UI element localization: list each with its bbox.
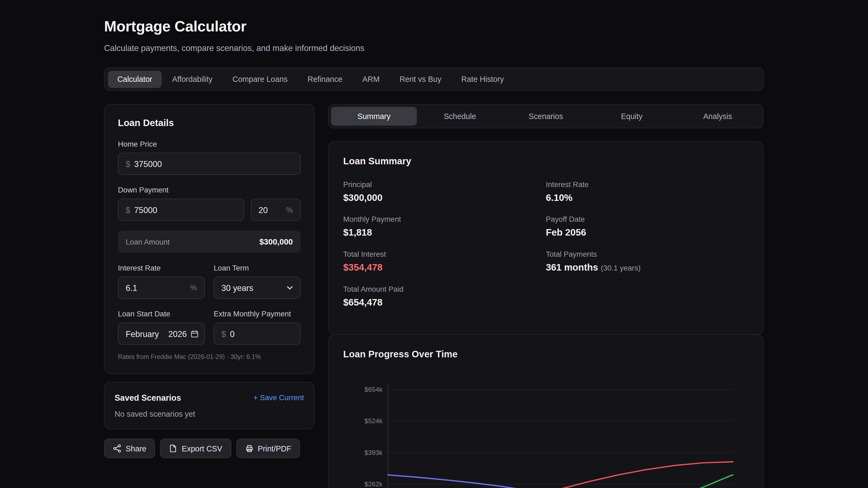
file-icon bbox=[169, 444, 177, 453]
main-nav: Calculator Affordability Compare Loans R… bbox=[104, 67, 764, 91]
loan-amount-row: Loan Amount $300,000 bbox=[118, 231, 301, 253]
dollar-prefix: $ bbox=[221, 329, 226, 338]
loan-start-date-label: Loan Start Date bbox=[118, 310, 205, 318]
share-button-label: Share bbox=[126, 444, 146, 453]
share-icon bbox=[113, 444, 121, 453]
loan-term-label: Loan Term bbox=[214, 264, 301, 272]
share-button[interactable]: Share bbox=[104, 438, 155, 458]
down-payment-row: $ % bbox=[118, 199, 301, 221]
print-pdf-button-label: Print/PDF bbox=[258, 444, 291, 453]
date-extra-row: Loan Start Date February 2026 Extra Mont… bbox=[118, 299, 301, 345]
rates-source-note: Rates from Freddie Mac (2026-01-29) · 30… bbox=[118, 354, 301, 360]
home-price-field: $ bbox=[118, 153, 301, 175]
percent-suffix: % bbox=[286, 205, 293, 214]
stat-interest-rate: Interest Rate 6.10% bbox=[546, 180, 748, 204]
extra-payment-field: $ bbox=[214, 323, 301, 345]
loan-summary-stats: Principal $300,000 Interest Rate 6.10% M… bbox=[343, 180, 748, 320]
start-year-value: 2026 bbox=[168, 329, 187, 338]
percent-suffix: % bbox=[190, 283, 197, 292]
stat-total-interest: Total Interest $354,478 bbox=[343, 250, 546, 273]
printer-icon bbox=[245, 444, 253, 453]
stat-total-amount-paid: Total Amount Paid $654,478 bbox=[343, 285, 546, 308]
stat-total-payments: Total Payments 361 months (30.1 years) bbox=[546, 250, 748, 273]
interest-rate-field: % bbox=[118, 276, 205, 299]
save-current-link[interactable]: + Save Current bbox=[253, 393, 304, 402]
loan-term-value: 30 years bbox=[221, 283, 253, 293]
down-payment-label: Down Payment bbox=[118, 186, 301, 194]
page-title: Mortgage Calculator bbox=[104, 18, 247, 35]
extra-payment-label: Extra Monthly Payment bbox=[214, 310, 301, 318]
start-month-value: February bbox=[126, 329, 159, 338]
stat-monthly-payment: Monthly Payment $1,818 bbox=[343, 215, 546, 238]
loan-term-select[interactable]: 30 years bbox=[214, 276, 301, 299]
dollar-prefix: $ bbox=[126, 159, 130, 169]
interest-rate-label: Interest Rate bbox=[118, 264, 205, 272]
rate-term-row: Interest Rate % Loan Term 30 years bbox=[118, 253, 301, 299]
svg-text:$393k: $393k bbox=[365, 449, 383, 456]
nav-tab-rent-vs-buy[interactable]: Rent vs Buy bbox=[390, 70, 451, 88]
down-payment-field: $ bbox=[118, 199, 244, 221]
svg-text:$262k: $262k bbox=[365, 480, 383, 488]
svg-text:$654k: $654k bbox=[365, 386, 383, 393]
loan-summary-title: Loan Summary bbox=[343, 156, 748, 167]
total-payments-note: (30.1 years) bbox=[601, 264, 641, 272]
loan-amount-value: $300,000 bbox=[259, 237, 293, 247]
page-subtitle: Calculate payments, compare scenarios, a… bbox=[104, 43, 365, 53]
down-payment-percent-input[interactable] bbox=[258, 205, 282, 215]
results-tabs: Summary Schedule Scenarios Equity Analys… bbox=[328, 104, 763, 129]
loan-progress-card: Loan Progress Over Time $0$131k$262k$393… bbox=[328, 334, 763, 488]
stat-principal: Principal $300,000 bbox=[343, 180, 546, 204]
calendar-icon bbox=[191, 329, 199, 338]
loan-details-title: Loan Details bbox=[118, 118, 301, 129]
nav-tab-calculator[interactable]: Calculator bbox=[108, 70, 162, 88]
loan-progress-chart-wrap: $0$131k$262k$393k$524k$654k bbox=[343, 373, 748, 488]
nav-tab-affordability[interactable]: Affordability bbox=[163, 70, 222, 88]
tab-analysis[interactable]: Analysis bbox=[675, 107, 761, 126]
mortgage-calculator-app: Mortgage Calculator Calculate payments, … bbox=[0, 0, 868, 488]
tab-scenarios[interactable]: Scenarios bbox=[503, 107, 589, 126]
down-payment-percent-field: % bbox=[251, 199, 301, 221]
chevron-down-icon bbox=[287, 286, 293, 290]
interest-rate-input[interactable] bbox=[126, 283, 186, 293]
nav-tab-arm[interactable]: ARM bbox=[353, 70, 389, 88]
loan-summary-card: Loan Summary Principal $300,000 Interest… bbox=[328, 141, 763, 334]
loan-details-card: Loan Details Home Price $ Down Payment $… bbox=[104, 104, 315, 374]
loan-start-date-input[interactable]: February 2026 bbox=[118, 323, 205, 345]
export-csv-button[interactable]: Export CSV bbox=[160, 438, 231, 458]
tab-equity[interactable]: Equity bbox=[589, 107, 675, 126]
tab-schedule[interactable]: Schedule bbox=[417, 107, 503, 126]
saved-scenarios-title: Saved Scenarios bbox=[115, 393, 181, 402]
dollar-prefix: $ bbox=[126, 205, 130, 215]
export-csv-button-label: Export CSV bbox=[182, 444, 222, 453]
loan-progress-chart: $0$131k$262k$393k$524k$654k bbox=[343, 373, 749, 488]
tab-summary[interactable]: Summary bbox=[331, 107, 417, 126]
down-payment-input[interactable] bbox=[134, 205, 237, 215]
home-price-input[interactable] bbox=[134, 159, 293, 169]
saved-scenarios-empty-text: No saved scenarios yet bbox=[115, 410, 304, 418]
svg-text:$524k: $524k bbox=[365, 417, 383, 425]
loan-progress-title: Loan Progress Over Time bbox=[343, 349, 748, 360]
nav-tab-rate-history[interactable]: Rate History bbox=[452, 70, 514, 88]
nav-tab-compare-loans[interactable]: Compare Loans bbox=[223, 70, 297, 88]
home-price-label: Home Price bbox=[118, 140, 301, 148]
print-pdf-button[interactable]: Print/PDF bbox=[236, 438, 300, 458]
loan-amount-label: Loan Amount bbox=[126, 238, 169, 246]
extra-payment-input[interactable] bbox=[230, 329, 293, 338]
nav-tab-refinance[interactable]: Refinance bbox=[298, 70, 352, 88]
stat-payoff-date: Payoff Date Feb 2056 bbox=[546, 215, 748, 238]
saved-scenarios-card: Saved Scenarios + Save Current No saved … bbox=[104, 382, 315, 429]
action-buttons: Share Export CSV Print/PDF bbox=[104, 438, 300, 458]
